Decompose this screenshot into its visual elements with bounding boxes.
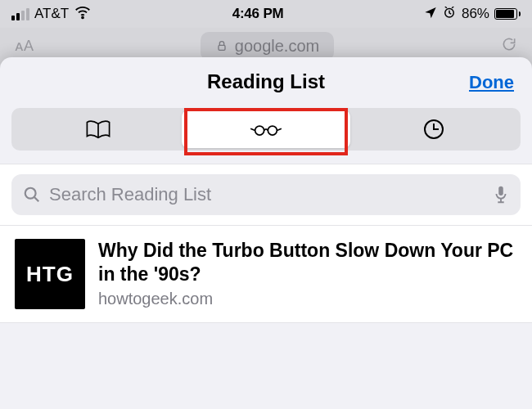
battery-icon bbox=[494, 8, 521, 20]
reload-icon bbox=[501, 36, 517, 56]
signal-icon bbox=[11, 8, 29, 20]
tab-bookmarks[interactable] bbox=[14, 110, 182, 148]
book-icon bbox=[84, 118, 112, 141]
done-button[interactable]: Done bbox=[469, 72, 514, 93]
svg-rect-7 bbox=[498, 187, 503, 196]
item-title: Why Did the Turbo Button Slow Down Your … bbox=[98, 239, 517, 286]
alarm-icon bbox=[442, 5, 457, 24]
battery-pct: 86% bbox=[462, 6, 489, 22]
reading-list-sheet: Reading List Done bbox=[0, 57, 532, 409]
svg-point-6 bbox=[25, 188, 36, 199]
item-text: Why Did the Turbo Button Slow Down Your … bbox=[98, 239, 517, 308]
segmented-control-wrap bbox=[0, 106, 532, 164]
sheet-header: Reading List Done bbox=[0, 57, 532, 106]
search-input[interactable] bbox=[49, 184, 485, 205]
svg-point-0 bbox=[82, 16, 83, 18]
wifi-icon bbox=[74, 3, 92, 25]
reading-list-items: HTG Why Did the Turbo Button Slow Down Y… bbox=[0, 226, 532, 323]
item-domain: howtogeek.com bbox=[98, 290, 517, 308]
mic-icon[interactable] bbox=[493, 185, 509, 204]
status-time: 4:46 PM bbox=[232, 6, 284, 22]
svg-point-4 bbox=[268, 126, 277, 135]
status-right: 86% bbox=[424, 5, 521, 24]
status-left: AT&T bbox=[11, 3, 92, 25]
carrier-label: AT&T bbox=[34, 6, 69, 22]
tab-reading-list[interactable] bbox=[182, 110, 349, 148]
search-icon bbox=[23, 186, 41, 204]
search-field[interactable] bbox=[11, 174, 521, 215]
url-text: google.com bbox=[235, 37, 319, 56]
url-pill: google.com bbox=[201, 32, 334, 61]
item-thumbnail: HTG bbox=[15, 239, 85, 309]
status-bar: AT&T 4:46 PM 86% bbox=[0, 0, 532, 28]
location-icon bbox=[424, 6, 437, 23]
segmented-control bbox=[11, 108, 521, 151]
list-item[interactable]: HTG Why Did the Turbo Button Slow Down Y… bbox=[0, 226, 532, 323]
clock-icon bbox=[422, 117, 446, 142]
sheet-title: Reading List bbox=[207, 70, 325, 93]
lock-icon bbox=[215, 39, 228, 52]
glasses-icon bbox=[248, 119, 284, 139]
svg-point-3 bbox=[255, 126, 264, 135]
text-size-icon: ᴀA bbox=[15, 37, 34, 55]
search-row bbox=[0, 164, 532, 226]
tab-history[interactable] bbox=[350, 110, 518, 148]
svg-rect-2 bbox=[219, 45, 225, 50]
